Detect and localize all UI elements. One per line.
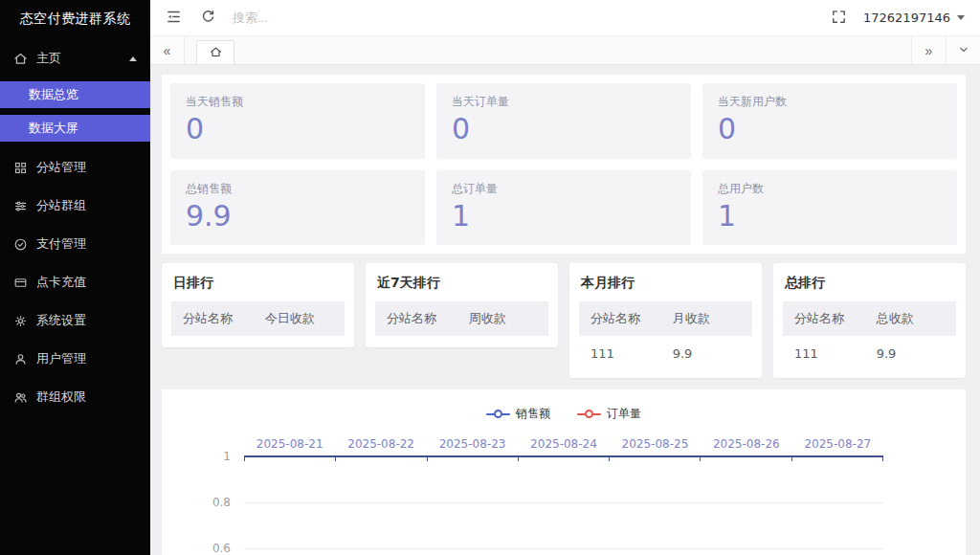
ranking-card-7days: 近7天排行 分站名称 周收款: [366, 263, 558, 347]
sidebar-item-label: 数据大屏: [29, 121, 78, 135]
chevron-down-icon: [958, 43, 969, 58]
stat-value: 1: [718, 200, 942, 233]
chevron-down-icon: [957, 15, 965, 20]
tabs-scroll-left-button[interactable]: «: [150, 36, 185, 64]
chart-legend: 销售额 订单量: [162, 406, 966, 422]
x-tick-label: 2025-08-24: [518, 437, 609, 451]
tabs-menu-button[interactable]: [946, 36, 980, 64]
home-icon: [210, 44, 222, 62]
sidebar-item-data-overview[interactable]: 数据总览: [0, 81, 150, 108]
stat-card-total-users: 总用户数 1: [702, 170, 957, 246]
chart-plot-area: 2025-08-21 2025-08-22 2025-08-23 2025-08…: [244, 437, 883, 555]
sidebar-item-substation-mgmt[interactable]: 分站管理: [0, 148, 150, 187]
x-tick-label: 2025-08-23: [427, 437, 518, 451]
ranking-table-header: 分站名称 今日收款: [171, 301, 345, 336]
ranking-table: 分站名称 月收款 111 9.9: [579, 301, 752, 366]
column-header: 周收款: [469, 310, 537, 327]
y-tick-label: 0.8: [164, 496, 231, 509]
ranking-table-header: 分站名称 月收款: [579, 301, 752, 336]
chart-grid: [244, 461, 883, 555]
y-tick-label: 0.6: [164, 542, 231, 555]
stat-label: 当天新用户数: [718, 94, 942, 110]
check-circle-icon: [13, 237, 28, 252]
legend-item-sales[interactable]: 销售额: [486, 406, 550, 422]
home-icon: [13, 52, 28, 66]
sidebar-collapse-button[interactable]: [164, 9, 183, 28]
stat-card-today-sales: 当天销售额 0: [170, 83, 425, 159]
sidebar-item-data-screen[interactable]: 数据大屏: [0, 115, 150, 142]
stat-card-total-sales: 总销售额 9.9: [170, 170, 425, 246]
ranking-table: 分站名称 周收款: [375, 301, 548, 336]
user-icon: [13, 352, 28, 366]
sidebar-item-label: 点卡充值: [36, 274, 86, 291]
gear-icon: [13, 314, 28, 328]
sidebar-item-label: 分站管理: [36, 159, 86, 176]
ranking-card-daily: 日排行 分站名称 今日收款: [162, 263, 354, 347]
stat-card-total-orders: 总订单量 1: [436, 170, 691, 246]
line-series-marker-icon: [486, 410, 510, 419]
cell-amount: 9.9: [877, 346, 945, 361]
topbar: 17262197146: [150, 0, 980, 36]
stat-label: 总销售额: [186, 181, 410, 197]
line-chart: 2025-08-21 2025-08-22 2025-08-23 2025-08…: [162, 437, 966, 555]
tabbar-spacer: [234, 36, 911, 64]
sliders-icon: [13, 199, 28, 213]
legend-item-orders[interactable]: 订单量: [577, 406, 641, 422]
sidebar-item-card-recharge[interactable]: 点卡充值: [0, 263, 150, 301]
tab-home[interactable]: [196, 40, 234, 64]
x-tick-label: 2025-08-26: [701, 437, 791, 451]
x-tick-label: 2025-08-25: [610, 437, 701, 451]
legend-label: 销售额: [516, 406, 550, 422]
stat-value: 1: [452, 200, 676, 233]
y-tick-label: 1: [164, 450, 231, 463]
sidebar-item-substation-groups[interactable]: 分站群组: [0, 187, 150, 225]
x-axis-labels: 2025-08-21 2025-08-22 2025-08-23 2025-08…: [244, 437, 883, 455]
sales-orders-chart-panel: 销售额 订单量 2025-08-21 2025-08-22 2025-08-23…: [162, 389, 966, 555]
sidebar-item-user-mgmt[interactable]: 用户管理: [0, 340, 150, 378]
stat-card-today-orders: 当天订单量 0: [436, 83, 691, 159]
sidebar-item-label: 支付管理: [36, 235, 86, 253]
legend-label: 订单量: [607, 406, 641, 422]
refresh-icon: [200, 9, 216, 28]
refresh-button[interactable]: [198, 9, 217, 28]
sidebar-item-group-permissions[interactable]: 群组权限: [0, 378, 150, 416]
stat-value: 9.9: [186, 200, 410, 233]
table-row: 111 9.9: [783, 336, 956, 366]
table-row: 111 9.9: [579, 336, 752, 366]
account-menu[interactable]: 17262197146: [863, 11, 965, 25]
main-area: 17262197146 « » 当天销售额: [150, 0, 980, 555]
stat-label: 总用户数: [718, 181, 942, 197]
app-root: 态空付费进群系统 主页 数据总览 数据大屏 分站管理: [0, 0, 980, 555]
card-icon: [13, 276, 28, 290]
account-number: 17262197146: [863, 11, 950, 25]
users-icon: [13, 390, 28, 405]
column-header: 月收款: [673, 310, 741, 327]
ranking-table: 分站名称 今日收款: [171, 301, 345, 336]
column-header: 分站名称: [794, 310, 877, 327]
sidebar-item-label: 分站群组: [36, 197, 86, 214]
ranking-table-header: 分站名称 总收款: [783, 301, 956, 336]
sidebar-item-label: 用户管理: [36, 350, 86, 367]
stat-label: 当天订单量: [452, 94, 676, 110]
stat-value: 0: [452, 113, 676, 146]
sidebar-item-payment-mgmt[interactable]: 支付管理: [0, 225, 150, 263]
collapse-menu-icon: [166, 9, 182, 28]
column-header: 今日收款: [265, 310, 333, 327]
stat-card-today-new-users: 当天新用户数 0: [702, 83, 957, 159]
column-header: 分站名称: [590, 310, 673, 327]
sidebar: 态空付费进群系统 主页 数据总览 数据大屏 分站管理: [0, 0, 150, 555]
tabs-scroll-right-button[interactable]: »: [911, 36, 946, 64]
search-input[interactable]: [233, 11, 813, 25]
stat-value: 0: [718, 113, 942, 146]
line-series-marker-icon: [577, 410, 601, 419]
x-tick-label: 2025-08-27: [792, 437, 883, 451]
sidebar-item-home[interactable]: 主页: [0, 42, 150, 75]
fullscreen-button[interactable]: [829, 9, 848, 28]
gridline: [244, 502, 883, 503]
ranking-title: 本月排行: [569, 263, 762, 301]
grid-icon: [13, 161, 28, 175]
sidebar-item-system-settings[interactable]: 系统设置: [0, 301, 150, 340]
ranking-card-month: 本月排行 分站名称 月收款 111 9.9: [569, 263, 762, 378]
cell-site-name: 111: [590, 346, 673, 361]
stats-panel: 当天销售额 0 当天订单量 0 当天新用户数 0 总销售额 9.9 总订单量: [162, 75, 966, 254]
